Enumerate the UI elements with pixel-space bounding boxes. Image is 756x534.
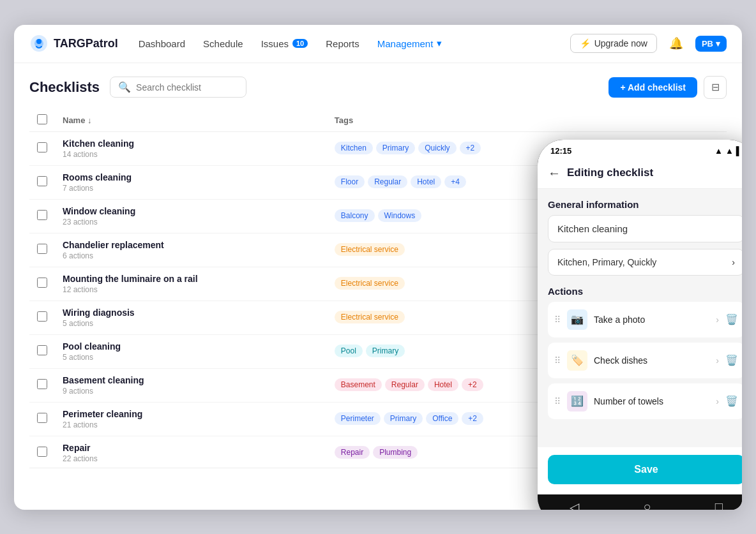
tag[interactable]: Hotel (411, 175, 441, 188)
dish-action-icon: 🏷️ (567, 350, 587, 371)
nav-issues[interactable]: Issues 10 (261, 36, 308, 52)
row-checkbox[interactable] (37, 345, 47, 355)
recent-nav-icon[interactable]: □ (715, 500, 723, 510)
row-actions-count: 5 actions (63, 353, 319, 362)
tag[interactable]: Electrical service (335, 243, 405, 256)
save-button[interactable]: Save (548, 455, 742, 484)
upgrade-button[interactable]: ⚡ Upgrade now (570, 34, 657, 53)
action-label: Take a photo (594, 315, 709, 325)
nav-management-label: Management (377, 38, 434, 49)
navbar: TARGPatrol Dashboard Schedule Issues 10 … (14, 25, 742, 63)
action-label: Number of towels (594, 396, 709, 406)
tag[interactable]: Kitchen (335, 142, 373, 154)
action-label: Check dishes (594, 355, 709, 366)
row-actions-count: 9 actions (63, 387, 319, 396)
tag[interactable]: Basement (335, 378, 382, 391)
action-delete-icon[interactable]: 🗑️ (725, 313, 738, 325)
tag[interactable]: Hotel (428, 378, 458, 391)
sort-icon: ↓ (87, 115, 92, 125)
tag[interactable]: Perimeter (335, 412, 381, 425)
select-all-header (29, 109, 55, 132)
tag[interactable]: Regular (385, 378, 425, 391)
tag[interactable]: Primary (366, 345, 405, 357)
mobile-actions-list: ⠿📷Take a photo›🗑️⠿🏷️Check dishes›🗑️⠿🔢Num… (548, 302, 742, 419)
main-content: Checklists 🔍 + Add checklist ⊟ (14, 63, 742, 510)
nav-management[interactable]: Management ▾ (377, 35, 442, 52)
action-chevron-icon[interactable]: › (716, 396, 719, 406)
tag[interactable]: Primary (376, 142, 415, 154)
tag[interactable]: Primary (384, 412, 423, 425)
mobile-footer: Save (538, 447, 742, 494)
tag[interactable]: Quickly (418, 142, 456, 154)
tag[interactable]: Floor (335, 175, 365, 188)
tag[interactable]: +2 (460, 142, 481, 154)
row-checkbox[interactable] (37, 142, 47, 152)
wifi-icon: ▲ (725, 146, 734, 156)
avatar-button[interactable]: PB ▾ (695, 36, 727, 52)
tag[interactable]: Balcony (335, 209, 375, 222)
add-checklist-button[interactable]: + Add checklist (609, 77, 697, 98)
row-name: Repair (63, 443, 319, 453)
row-checkbox[interactable] (37, 210, 47, 220)
chevron-down-icon: ▾ (437, 38, 442, 49)
tag[interactable]: Electrical service (335, 277, 405, 290)
nav-schedule[interactable]: Schedule (203, 36, 243, 52)
action-delete-icon[interactable]: 🗑️ (725, 354, 738, 366)
filter-icon: ⊟ (711, 81, 720, 93)
row-checkbox[interactable] (37, 413, 47, 423)
row-checkbox[interactable] (37, 447, 47, 457)
search-box[interactable]: 🔍 (110, 77, 246, 98)
page-title: Checklists (29, 79, 100, 96)
row-checkbox[interactable] (37, 176, 47, 186)
action-delete-icon[interactable]: 🗑️ (725, 395, 738, 407)
drag-handle-icon[interactable]: ⠿ (554, 396, 561, 406)
back-nav-icon[interactable]: ◁ (570, 500, 579, 510)
tag[interactable]: Office (426, 412, 458, 425)
row-name: Mounting the luminaire on a rail (63, 274, 319, 284)
nav-reports[interactable]: Reports (326, 36, 359, 52)
tag[interactable]: Repair (335, 446, 370, 459)
row-checkbox[interactable] (37, 311, 47, 322)
notifications-button[interactable]: 🔔 (665, 32, 688, 55)
checklist-name-input[interactable]: Kitchen cleaning (548, 215, 742, 242)
checklist-tags-selector[interactable]: Kitchen, Primary, Quickly › (548, 249, 742, 276)
filter-button[interactable]: ⊟ (704, 76, 727, 99)
action-chevron-icon[interactable]: › (716, 315, 719, 325)
general-info-section: General information Kitchen cleaning Kit… (548, 199, 742, 276)
nav-dashboard[interactable]: Dashboard (139, 36, 185, 52)
name-column-header[interactable]: Name ↓ (55, 109, 327, 132)
drag-handle-icon[interactable]: ⠿ (554, 315, 561, 325)
select-all-checkbox[interactable] (37, 114, 47, 124)
row-actions-count: 6 actions (63, 251, 319, 260)
search-input[interactable] (136, 82, 238, 93)
action-chevron-icon[interactable]: › (716, 355, 719, 366)
back-button[interactable]: ← (548, 166, 561, 181)
mobile-status-bar: 12:15 ▲ ▲ ▌ (538, 140, 742, 159)
logo[interactable]: TARGPatrol (29, 34, 118, 53)
logo-icon (29, 34, 49, 53)
tag[interactable]: Plumbing (373, 446, 418, 459)
row-actions-count: 21 actions (63, 420, 319, 429)
tag[interactable]: Electrical service (335, 311, 405, 323)
tag[interactable]: Pool (335, 345, 363, 357)
tag[interactable]: +4 (444, 175, 466, 188)
mobile-nav-bar: ◁ ○ □ (538, 494, 742, 510)
row-checkbox[interactable] (37, 379, 47, 389)
upgrade-label: Upgrade now (594, 38, 647, 48)
mobile-time: 12:15 (550, 146, 571, 156)
tag[interactable]: +2 (462, 412, 483, 425)
drag-handle-icon[interactable]: ⠿ (554, 355, 561, 366)
row-checkbox[interactable] (37, 244, 47, 254)
photo-action-icon: 📷 (567, 309, 587, 330)
tag[interactable]: Windows (378, 209, 422, 222)
tag[interactable]: +2 (462, 378, 483, 391)
app-container: TARGPatrol Dashboard Schedule Issues 10 … (14, 25, 742, 510)
tag[interactable]: Regular (368, 175, 407, 188)
home-nav-icon[interactable]: ○ (643, 500, 651, 510)
row-checkbox[interactable] (37, 278, 47, 288)
search-icon: 🔍 (118, 81, 131, 93)
mobile-header-title: Editing checklist (567, 167, 653, 179)
panel-header-right: + Add checklist ⊟ (609, 76, 727, 99)
general-info-title: General information (548, 199, 742, 210)
row-name: Window cleaning (63, 206, 319, 216)
